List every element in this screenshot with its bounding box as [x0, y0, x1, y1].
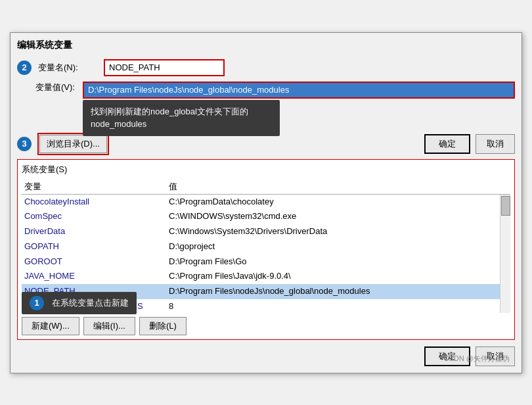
badge-3: 3	[17, 137, 32, 151]
table-row[interactable]: GOROOT D:\Program Files\Go	[22, 254, 510, 270]
new-btn-wrap: 1 在系统变量点击新建 新建(W)... 编辑(I)... 删除(L)	[22, 317, 187, 335]
section-title: 系统变量(S)	[22, 164, 510, 176]
system-vars-section: 系统变量(S) 变量 值 ChocolateyInstall C:\Progra…	[17, 159, 515, 340]
var-name-input[interactable]	[104, 59, 225, 76]
edit-button[interactable]: 编辑(I)...	[83, 317, 135, 335]
watermark: CSDN @矢伴好虚伪	[444, 354, 510, 364]
badge-1: 1	[30, 296, 44, 310]
badge-2: 2	[17, 60, 32, 75]
table-row[interactable]: ChocolateyInstall C:\ProgramData\chocola…	[22, 195, 510, 210]
var-value-outer-row: 变量值(V): 找到刚刚新建的node_global文件夹下面的 node_mo…	[17, 82, 515, 99]
col-header-var: 变量	[24, 181, 169, 193]
tooltip-bottom: 1 在系统变量点击新建	[22, 292, 137, 314]
col-header-val: 值	[169, 181, 508, 193]
table-row[interactable]: GOPATH D:\goproject	[22, 239, 510, 254]
tooltip-bottom-text: 在系统变量点击新建	[52, 297, 129, 309]
final-buttons-row: 确定 取消 CSDN @矢伴好虚伪	[17, 346, 515, 366]
delete-button[interactable]: 删除(L)	[139, 317, 187, 335]
top-cancel-button[interactable]: 取消	[476, 134, 515, 154]
browse-ok-row: 3 浏览目录(D)... 确定 取消	[17, 134, 515, 154]
browse-button[interactable]: 浏览目录(D)...	[39, 135, 107, 153]
var-name-row: 2 变量名(N):	[17, 59, 515, 76]
var-value-input[interactable]	[83, 82, 515, 99]
new-button[interactable]: 新建(W)...	[22, 317, 79, 335]
scrollbar[interactable]	[500, 195, 510, 313]
bottom-buttons-row: 1 在系统变量点击新建 新建(W)... 编辑(I)... 删除(L)	[22, 317, 510, 335]
var-name-label: 变量名(N):	[38, 62, 104, 74]
tooltip-node-global: 找到刚刚新建的node_global文件夹下面的 node_modules	[83, 100, 280, 136]
window-title: 编辑系统变量	[17, 39, 515, 51]
scrollbar-thumb[interactable]	[501, 196, 510, 216]
table-row[interactable]: JAVA_HOME C:\Program Files\Java\jdk-9.0.…	[22, 269, 510, 284]
table-row[interactable]: DriverData C:\Windows\System32\Drivers\D…	[22, 224, 510, 239]
var-value-label: 变量值(V):	[17, 82, 83, 93]
top-ok-button[interactable]: 确定	[424, 134, 470, 154]
table-header: 变量 值	[22, 179, 510, 195]
main-window: 编辑系统变量 2 变量名(N): 变量值(V): 找到刚刚新建的node_glo…	[10, 32, 522, 373]
table-row[interactable]: ComSpec C:\WINDOWS\system32\cmd.exe	[22, 209, 510, 224]
